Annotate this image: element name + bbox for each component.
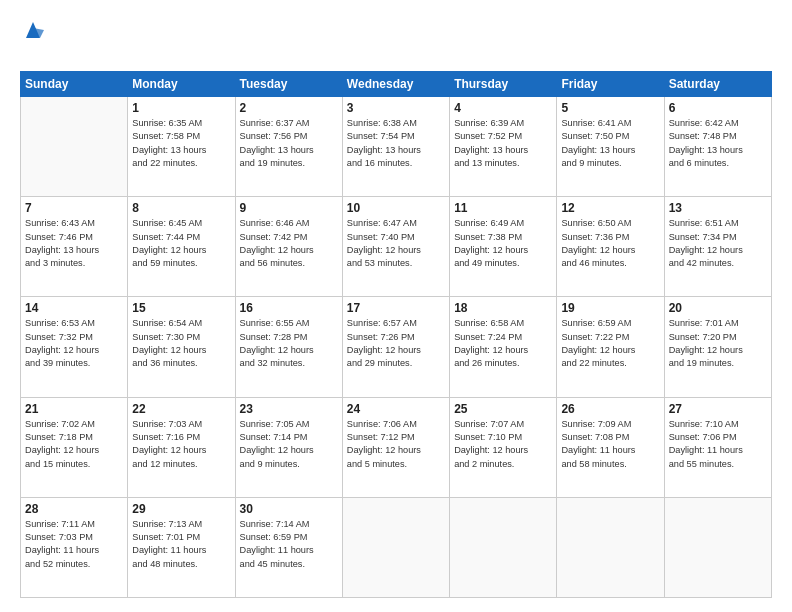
day-number: 12 (561, 201, 659, 215)
calendar-cell: 23Sunrise: 7:05 AMSunset: 7:14 PMDayligh… (235, 397, 342, 497)
calendar-cell: 2Sunrise: 6:37 AMSunset: 7:56 PMDaylight… (235, 97, 342, 197)
day-info-line: and 36 minutes. (132, 358, 197, 368)
day-info-line: Sunrise: 7:11 AM (25, 519, 95, 529)
day-info-line: Daylight: 12 hours (561, 345, 635, 355)
day-info-line: and 19 minutes. (240, 158, 305, 168)
day-info-line: and 15 minutes. (25, 459, 90, 469)
day-info-line: and 52 minutes. (25, 559, 90, 569)
day-info-line: Daylight: 12 hours (454, 345, 528, 355)
calendar-cell: 15Sunrise: 6:54 AMSunset: 7:30 PMDayligh… (128, 297, 235, 397)
day-info-line: Sunset: 7:42 PM (240, 232, 308, 242)
day-info-line: Sunset: 7:54 PM (347, 131, 415, 141)
day-info-line: Sunrise: 6:38 AM (347, 118, 417, 128)
calendar-cell (21, 97, 128, 197)
day-info-line: Sunrise: 6:45 AM (132, 218, 202, 228)
day-info-line: Sunrise: 6:51 AM (669, 218, 739, 228)
calendar-cell: 9Sunrise: 6:46 AMSunset: 7:42 PMDaylight… (235, 197, 342, 297)
day-info-line: Sunset: 7:36 PM (561, 232, 629, 242)
day-info-line: and 59 minutes. (132, 258, 197, 268)
day-info-line: and 6 minutes. (669, 158, 729, 168)
calendar-cell (342, 497, 449, 597)
calendar-cell: 26Sunrise: 7:09 AMSunset: 7:08 PMDayligh… (557, 397, 664, 497)
day-info-line: Daylight: 11 hours (669, 445, 743, 455)
day-info-line: Sunset: 7:16 PM (132, 432, 200, 442)
calendar-cell: 7Sunrise: 6:43 AMSunset: 7:46 PMDaylight… (21, 197, 128, 297)
day-info-line: and 9 minutes. (240, 459, 300, 469)
day-info: Sunrise: 6:58 AMSunset: 7:24 PMDaylight:… (454, 317, 552, 370)
day-info-line: Sunset: 7:26 PM (347, 332, 415, 342)
day-number: 29 (132, 502, 230, 516)
calendar-header-wednesday: Wednesday (342, 72, 449, 97)
day-number: 8 (132, 201, 230, 215)
calendar-cell: 28Sunrise: 7:11 AMSunset: 7:03 PMDayligh… (21, 497, 128, 597)
day-number: 4 (454, 101, 552, 115)
day-info-line: Sunset: 7:01 PM (132, 532, 200, 542)
day-info: Sunrise: 6:47 AMSunset: 7:40 PMDaylight:… (347, 217, 445, 270)
day-info-line: and 3 minutes. (25, 258, 85, 268)
day-number: 30 (240, 502, 338, 516)
day-info: Sunrise: 7:07 AMSunset: 7:10 PMDaylight:… (454, 418, 552, 471)
day-info-line: Sunset: 7:22 PM (561, 332, 629, 342)
calendar-header-saturday: Saturday (664, 72, 771, 97)
calendar-cell: 19Sunrise: 6:59 AMSunset: 7:22 PMDayligh… (557, 297, 664, 397)
day-info-line: Sunset: 7:34 PM (669, 232, 737, 242)
day-number: 2 (240, 101, 338, 115)
calendar-cell: 22Sunrise: 7:03 AMSunset: 7:16 PMDayligh… (128, 397, 235, 497)
day-info-line: and 53 minutes. (347, 258, 412, 268)
day-info-line: Sunrise: 7:13 AM (132, 519, 202, 529)
day-info: Sunrise: 7:13 AMSunset: 7:01 PMDaylight:… (132, 518, 230, 571)
day-info-line: Sunset: 7:30 PM (132, 332, 200, 342)
day-info-line: Sunrise: 6:39 AM (454, 118, 524, 128)
day-number: 27 (669, 402, 767, 416)
day-info: Sunrise: 6:53 AMSunset: 7:32 PMDaylight:… (25, 317, 123, 370)
day-info-line: Sunrise: 7:05 AM (240, 419, 310, 429)
calendar-cell (450, 497, 557, 597)
calendar-cell: 5Sunrise: 6:41 AMSunset: 7:50 PMDaylight… (557, 97, 664, 197)
day-info-line: Sunset: 7:03 PM (25, 532, 93, 542)
day-info-line: Daylight: 13 hours (561, 145, 635, 155)
day-info-line: Sunrise: 7:03 AM (132, 419, 202, 429)
calendar-week-row: 21Sunrise: 7:02 AMSunset: 7:18 PMDayligh… (21, 397, 772, 497)
day-info-line: and 58 minutes. (561, 459, 626, 469)
day-info-line: Sunrise: 7:09 AM (561, 419, 631, 429)
calendar-cell: 20Sunrise: 7:01 AMSunset: 7:20 PMDayligh… (664, 297, 771, 397)
day-info-line: Sunset: 7:06 PM (669, 432, 737, 442)
calendar-header-row: SundayMondayTuesdayWednesdayThursdayFrid… (21, 72, 772, 97)
day-info-line: Daylight: 11 hours (132, 545, 206, 555)
day-info: Sunrise: 6:41 AMSunset: 7:50 PMDaylight:… (561, 117, 659, 170)
day-info-line: Daylight: 12 hours (132, 345, 206, 355)
day-info-line: Sunrise: 7:06 AM (347, 419, 417, 429)
calendar-cell (664, 497, 771, 597)
calendar-header-friday: Friday (557, 72, 664, 97)
calendar-cell: 17Sunrise: 6:57 AMSunset: 7:26 PMDayligh… (342, 297, 449, 397)
day-info-line: and 12 minutes. (132, 459, 197, 469)
day-info-line: Sunset: 7:58 PM (132, 131, 200, 141)
day-info-line: Sunset: 7:14 PM (240, 432, 308, 442)
day-number: 10 (347, 201, 445, 215)
day-info-line: Sunset: 7:10 PM (454, 432, 522, 442)
calendar-cell: 8Sunrise: 6:45 AMSunset: 7:44 PMDaylight… (128, 197, 235, 297)
day-info-line: Sunrise: 6:41 AM (561, 118, 631, 128)
day-info-line: Sunrise: 6:50 AM (561, 218, 631, 228)
day-info: Sunrise: 7:11 AMSunset: 7:03 PMDaylight:… (25, 518, 123, 571)
day-number: 17 (347, 301, 445, 315)
day-info-line: Daylight: 11 hours (561, 445, 635, 455)
day-info-line: Sunrise: 6:47 AM (347, 218, 417, 228)
day-number: 26 (561, 402, 659, 416)
calendar-cell: 10Sunrise: 6:47 AMSunset: 7:40 PMDayligh… (342, 197, 449, 297)
calendar-week-row: 7Sunrise: 6:43 AMSunset: 7:46 PMDaylight… (21, 197, 772, 297)
day-info-line: Sunrise: 6:59 AM (561, 318, 631, 328)
calendar-cell: 14Sunrise: 6:53 AMSunset: 7:32 PMDayligh… (21, 297, 128, 397)
day-number: 20 (669, 301, 767, 315)
day-info-line: Sunrise: 6:35 AM (132, 118, 202, 128)
day-number: 25 (454, 402, 552, 416)
day-info-line: Sunset: 7:08 PM (561, 432, 629, 442)
day-info-line: Sunset: 7:24 PM (454, 332, 522, 342)
day-info-line: Sunset: 7:40 PM (347, 232, 415, 242)
header (20, 18, 772, 61)
calendar-cell: 24Sunrise: 7:06 AMSunset: 7:12 PMDayligh… (342, 397, 449, 497)
day-info-line: Daylight: 12 hours (240, 345, 314, 355)
day-info-line: Daylight: 13 hours (240, 145, 314, 155)
day-info: Sunrise: 7:05 AMSunset: 7:14 PMDaylight:… (240, 418, 338, 471)
day-info-line: and 49 minutes. (454, 258, 519, 268)
